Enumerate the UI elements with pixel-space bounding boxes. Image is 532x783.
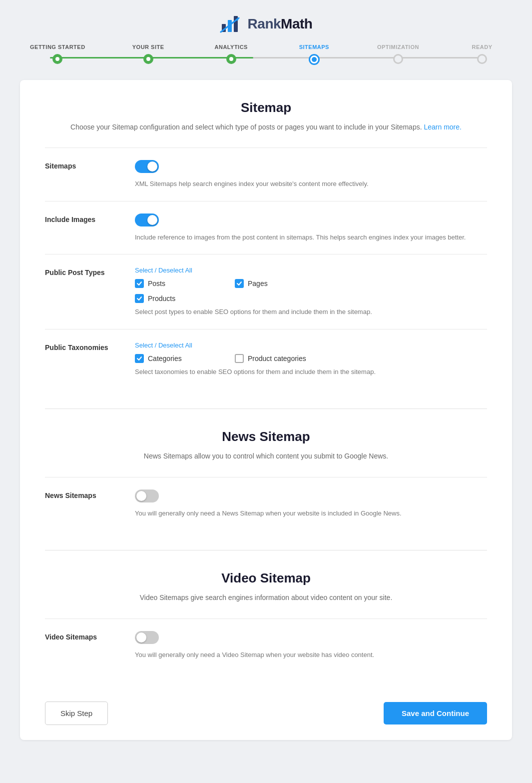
post-type-products-label: Products (148, 294, 175, 302)
post-type-pages-checkbox[interactable] (235, 279, 244, 288)
post-types-checkbox-group: Posts Pages Products (135, 279, 487, 303)
video-sitemaps-row: Video Sitemaps You will generally only n… (45, 619, 487, 672)
post-types-select-deselect[interactable]: Select / Deselect All (135, 266, 487, 274)
news-sitemap-title: News Sitemap (45, 429, 487, 444)
sitemap-description: Choose your Sitemap configuration and se… (45, 122, 487, 132)
video-sitemaps-toggle-thumb (136, 632, 146, 642)
logo-text: RankMath (248, 16, 313, 32)
public-taxonomies-label: Public Taxonomies (45, 342, 135, 352)
step-circle-ready (477, 54, 487, 64)
step-circle-analytics (226, 54, 236, 64)
include-images-toggle[interactable] (135, 214, 159, 226)
taxonomy-product-categories-label: Product categories (248, 354, 306, 362)
step-label-ready: READY (472, 44, 492, 50)
taxonomy-product-categories[interactable]: Product categories (235, 354, 315, 363)
video-sitemaps-toggle[interactable] (135, 631, 159, 644)
news-sitemaps-row: News Sitemaps You will generally only ne… (45, 478, 487, 530)
include-images-toggle-thumb (147, 215, 157, 225)
news-sitemaps-control: You will generally only need a News Site… (135, 490, 487, 518)
section-separator-2 (45, 550, 487, 550)
video-sitemaps-desc: You will generally only need a Video Sit… (135, 650, 487, 660)
taxonomy-product-categories-checkbox[interactable] (235, 354, 244, 363)
step-ready[interactable]: READY (462, 44, 502, 64)
step-sitemaps[interactable]: SITEMAPS (294, 44, 334, 65)
footer-buttons: Skip Step Save and Continue (45, 692, 487, 725)
section-separator-1 (45, 408, 487, 409)
public-post-types-label: Public Post Types (45, 266, 135, 276)
public-post-types-row: Public Post Types Select / Deselect All … (45, 254, 487, 330)
video-sitemap-description: Video Sitemaps give search engines infor… (45, 592, 487, 603)
step-your-site[interactable]: YOUR SITE (128, 44, 168, 64)
step-circle-sitemaps (309, 54, 320, 65)
sitemaps-control: XML Sitemaps help search engines index y… (135, 160, 487, 189)
sitemaps-desc: XML Sitemaps help search engines index y… (135, 179, 487, 189)
public-post-types-desc: Select post types to enable SEO options … (135, 307, 487, 317)
post-type-pages[interactable]: Pages (235, 279, 315, 288)
taxonomy-categories-checkbox[interactable] (135, 354, 144, 363)
public-taxonomies-desc: Select taxonomies to enable SEO options … (135, 367, 487, 377)
sitemaps-label: Sitemaps (45, 160, 135, 170)
news-sitemaps-desc: You will generally only need a News Site… (135, 508, 487, 518)
step-circle-your-site (143, 54, 153, 64)
news-sitemaps-toggle[interactable] (135, 490, 159, 502)
step-label-analytics: ANALYTICS (215, 44, 248, 50)
public-post-types-control: Select / Deselect All Posts Pages (135, 266, 487, 317)
taxonomies-checkbox-group: Categories Product categories (135, 354, 487, 363)
news-sitemaps-label: News Sitemaps (45, 490, 135, 500)
header: RankMath (0, 0, 532, 44)
step-getting-started[interactable]: GETTING STARTED (30, 44, 85, 64)
include-images-desc: Include reference to images from the pos… (135, 232, 487, 242)
step-circle-getting-started (52, 54, 62, 64)
step-label-sitemaps: SITEMAPS (299, 44, 329, 50)
step-optimization[interactable]: OPTIMIZATION (377, 44, 419, 64)
learn-more-link[interactable]: Learn more. (424, 123, 461, 131)
include-images-row: Include Images Include reference to imag… (45, 202, 487, 255)
sitemaps-toggle[interactable] (135, 160, 159, 173)
video-sitemaps-control: You will generally only need a Video Sit… (135, 631, 487, 660)
post-type-posts[interactable]: Posts (135, 279, 215, 288)
progress-bar-section: GETTING STARTED YOUR SITE ANALYTICS SITE… (0, 44, 532, 80)
logo: RankMath (220, 14, 313, 34)
post-type-products[interactable]: Products (135, 294, 487, 303)
save-continue-button[interactable]: Save and Continue (384, 702, 487, 724)
step-label-your-site: YOUR SITE (132, 44, 164, 50)
rankmath-logo-icon (220, 14, 243, 34)
public-taxonomies-row: Public Taxonomies Select / Deselect All … (45, 330, 487, 389)
step-circle-optimization (393, 54, 403, 64)
video-sitemap-title: Video Sitemap (45, 570, 487, 586)
video-sitemaps-label: Video Sitemaps (45, 631, 135, 641)
main-content: Sitemap Choose your Sitemap configuratio… (20, 80, 512, 740)
news-sitemaps-toggle-thumb (136, 491, 146, 501)
sitemaps-row: Sitemaps XML Sitemaps help search engine… (45, 148, 487, 202)
include-images-label: Include Images (45, 214, 135, 224)
sitemap-title: Sitemap (45, 100, 487, 116)
post-type-products-checkbox[interactable] (135, 294, 144, 303)
progress-steps: GETTING STARTED YOUR SITE ANALYTICS SITE… (30, 44, 502, 65)
taxonomy-categories-label: Categories (148, 354, 182, 362)
step-label-optimization: OPTIMIZATION (377, 44, 419, 50)
news-sitemap-description: News Sitemaps allow you to control which… (45, 450, 487, 462)
post-type-posts-label: Posts (148, 280, 165, 288)
step-label-getting-started: GETTING STARTED (30, 44, 85, 50)
include-images-control: Include reference to images from the pos… (135, 214, 487, 242)
public-taxonomies-control: Select / Deselect All Categories Product… (135, 342, 487, 377)
post-type-pages-label: Pages (248, 280, 268, 288)
skip-step-button[interactable]: Skip Step (45, 702, 108, 725)
step-analytics[interactable]: ANALYTICS (211, 44, 251, 64)
taxonomy-categories[interactable]: Categories (135, 354, 215, 363)
post-type-posts-checkbox[interactable] (135, 279, 144, 288)
taxonomies-select-deselect[interactable]: Select / Deselect All (135, 342, 487, 349)
